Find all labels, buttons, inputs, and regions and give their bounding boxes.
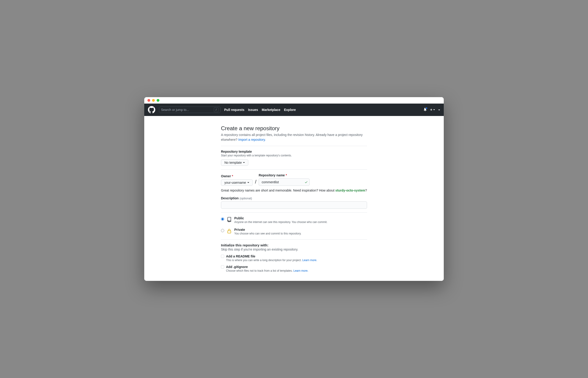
- add-readme-option: Add a README file This is where you can …: [221, 255, 367, 262]
- header-right: +: [423, 108, 440, 112]
- import-repository-link[interactable]: Import a repository.: [238, 138, 266, 141]
- owner-select[interactable]: your-username: [221, 179, 253, 186]
- plus-icon: +: [430, 108, 432, 112]
- search-input[interactable]: Search or jump to... /: [159, 107, 220, 113]
- name-hint: Great repository names are short and mem…: [221, 189, 367, 192]
- gitignore-learn-more-link[interactable]: Learn more.: [293, 269, 308, 272]
- page-content: Create a new repository A repository con…: [144, 116, 444, 281]
- divider: [221, 239, 367, 240]
- form-container: Create a new repository A repository con…: [221, 125, 367, 272]
- create-new-menu[interactable]: +: [430, 108, 435, 112]
- required-asterisk: *: [232, 174, 233, 178]
- description-label: Description (optional): [221, 196, 367, 200]
- name-suggestion-link[interactable]: sturdy-octo-system: [335, 189, 365, 192]
- owner-repo-row: Owner * your-username / Repository name …: [221, 173, 367, 186]
- init-hint: Skip this step if you're importing an ex…: [221, 248, 367, 251]
- template-label: Repository template: [221, 150, 367, 153]
- notification-indicator-icon: [425, 107, 428, 109]
- window-maximize-button[interactable]: [157, 99, 159, 102]
- check-icon: [305, 180, 308, 184]
- owner-label: Owner *: [221, 174, 253, 178]
- notifications-button[interactable]: [423, 108, 427, 112]
- caret-down-icon: [243, 162, 245, 163]
- window-minimize-button[interactable]: [152, 99, 155, 102]
- template-selected-value: No template: [224, 161, 242, 164]
- add-gitignore-option: Add .gitignore Choose which files not to…: [221, 265, 367, 272]
- nav-marketplace[interactable]: Marketplace: [262, 108, 280, 112]
- github-header: Search or jump to... / Pull requests Iss…: [144, 104, 444, 116]
- nav-issues[interactable]: Issues: [248, 108, 258, 112]
- window-close-button[interactable]: [148, 99, 150, 102]
- search-placeholder: Search or jump to...: [161, 108, 189, 112]
- nav-pull-requests[interactable]: Pull requests: [224, 108, 244, 112]
- browser-window: Search or jump to... / Pull requests Iss…: [144, 97, 444, 281]
- page-title: Create a new repository: [221, 125, 367, 132]
- owner-field: Owner * your-username: [221, 174, 253, 186]
- add-readme-checkbox[interactable]: [221, 255, 224, 258]
- add-gitignore-label: Add .gitignore: [226, 265, 248, 269]
- description-input[interactable]: [221, 202, 367, 209]
- window-titlebar: [144, 97, 444, 104]
- init-heading: Initialize this repository with:: [221, 243, 367, 247]
- github-logo-icon[interactable]: [148, 106, 155, 113]
- nav-explore[interactable]: Explore: [284, 108, 296, 112]
- repo-name-label: Repository name *: [259, 173, 310, 177]
- visibility-public-option[interactable]: Public Anyone on the internet can see th…: [221, 216, 367, 224]
- caret-down-icon: [438, 109, 440, 110]
- visibility-public-radio[interactable]: [221, 217, 224, 221]
- repo-icon: [226, 217, 232, 222]
- caret-down-icon: [247, 182, 249, 183]
- repo-name-input[interactable]: [259, 178, 310, 186]
- page-intro: A repository contains all project files,…: [221, 133, 367, 142]
- visibility-private-text: Private You choose who can see and commi…: [234, 228, 301, 235]
- caret-down-icon: [433, 109, 435, 110]
- required-asterisk: *: [286, 173, 287, 177]
- user-menu[interactable]: [438, 108, 440, 112]
- slash-separator: /: [255, 179, 256, 186]
- template-select[interactable]: No template: [221, 159, 248, 166]
- template-hint: Start your repository with a template re…: [221, 154, 367, 157]
- visibility-private-radio[interactable]: [221, 229, 224, 232]
- add-gitignore-desc: Choose which files not to track from a l…: [226, 269, 367, 272]
- primary-nav: Pull requests Issues Marketplace Explore: [224, 108, 296, 112]
- add-readme-label: Add a README file: [226, 255, 255, 258]
- visibility-public-text: Public Anyone on the internet can see th…: [234, 216, 327, 224]
- svg-rect-0: [228, 231, 231, 233]
- repo-name-field: Repository name *: [259, 173, 310, 186]
- add-gitignore-checkbox[interactable]: [221, 265, 224, 269]
- owner-value: your-username: [224, 181, 246, 184]
- divider: [221, 169, 367, 170]
- lock-icon: [226, 228, 232, 234]
- slash-key-hint: /: [214, 108, 219, 112]
- add-readme-desc: This is where you can write a long descr…: [226, 258, 367, 262]
- divider: [221, 212, 367, 213]
- readme-learn-more-link[interactable]: Learn more.: [302, 258, 317, 262]
- visibility-private-option[interactable]: Private You choose who can see and commi…: [221, 228, 367, 235]
- divider: [221, 146, 367, 146]
